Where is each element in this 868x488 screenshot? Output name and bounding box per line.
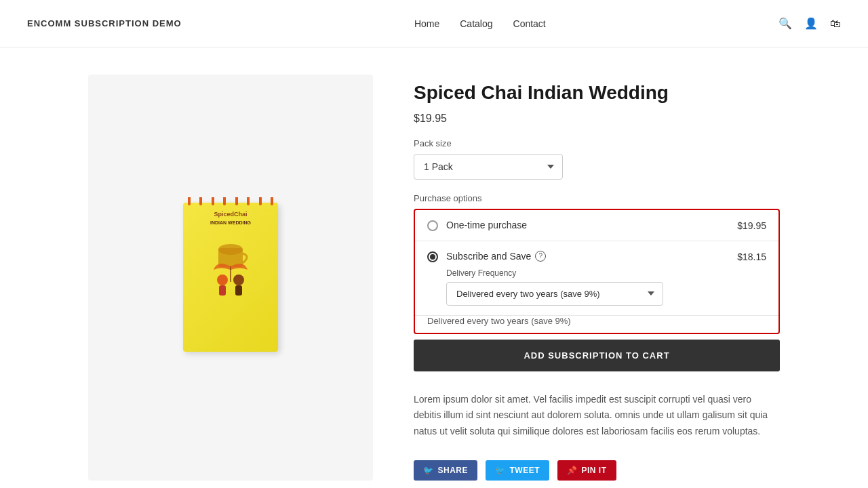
subscribe-price: $18.15	[737, 251, 766, 262]
svg-point-4	[233, 274, 244, 285]
frequency-label: Delivery Frequency	[446, 268, 726, 278]
tassel	[199, 197, 202, 205]
share-tw-label: TWEET	[510, 466, 540, 475]
site-header: ENCOMM SUBSCRIPTION DEMO Home Catalog Co…	[0, 0, 868, 47]
subscribe-radio[interactable]	[427, 251, 438, 262]
tassel	[259, 197, 262, 205]
subscribe-option-row[interactable]: Subscribe and Save ? Delivery Frequency …	[415, 241, 778, 316]
pack-size-select[interactable]: 1 Pack 2 Pack 3 Pack	[414, 154, 563, 180]
subscribe-label: Subscribe and Save	[446, 251, 531, 262]
delivery-note: Delivered every two years (save 9%)	[415, 316, 778, 333]
tassel	[223, 197, 226, 205]
decorative-top	[183, 197, 278, 205]
share-pinterest-button[interactable]: 📌 PIN IT	[557, 460, 616, 481]
site-logo: ENCOMM SUBSCRIPTION DEMO	[27, 18, 182, 28]
one-time-purchase-option[interactable]: One-time purchase $19.95	[415, 210, 778, 241]
product-image-box: SpicedChai INDIAN WEDDING	[170, 196, 292, 359]
pack-size-label: Pack size	[414, 138, 780, 148]
frequency-section: Delivery Frequency Delivered every month…	[446, 268, 726, 306]
tassel	[212, 197, 214, 205]
cart-icon[interactable]: 🛍	[830, 18, 841, 30]
main-content: SpicedChai INDIAN WEDDING	[61, 75, 807, 481]
product-price: $19.95	[414, 113, 780, 125]
svg-rect-5	[235, 285, 242, 296]
product-details: Spiced Chai Indian Wedding $19.95 Pack s…	[414, 75, 780, 481]
add-to-cart-button[interactable]: ADD SUBSCRIPTION TO CART	[414, 340, 780, 371]
purchase-options-box: One-time purchase $19.95 Subscribe and S…	[414, 209, 780, 334]
one-time-label: One-time purchase	[446, 220, 726, 230]
one-time-price: $19.95	[737, 220, 766, 231]
product-image: SpicedChai INDIAN WEDDING	[183, 203, 278, 352]
one-time-radio[interactable]	[427, 220, 438, 231]
nav-home[interactable]: Home	[414, 18, 439, 29]
product-title: Spiced Chai Indian Wedding	[414, 81, 780, 104]
product-image-container: SpicedChai INDIAN WEDDING	[88, 75, 373, 481]
help-icon[interactable]: ?	[535, 251, 546, 262]
subscribe-option: Subscribe and Save ? Delivery Frequency …	[415, 241, 778, 333]
frequency-select[interactable]: Delivered every month (save 5%) Delivere…	[446, 282, 663, 306]
twitter-icon: 🐦	[495, 466, 506, 475]
tassel	[247, 197, 250, 205]
search-icon[interactable]: 🔍	[778, 17, 792, 30]
tassel	[235, 197, 238, 205]
pinterest-icon: 📌	[567, 466, 578, 475]
main-nav: Home Catalog Contact	[414, 18, 546, 29]
subscribe-text: Subscribe and Save ? Delivery Frequency …	[446, 251, 726, 306]
tassel	[271, 197, 273, 205]
nav-catalog[interactable]: Catalog	[460, 18, 492, 29]
chai-art	[197, 229, 264, 304]
svg-point-2	[217, 274, 228, 285]
facebook-icon: 🐦	[423, 466, 434, 475]
account-icon[interactable]: 👤	[804, 17, 818, 30]
subscribe-label-row: Subscribe and Save ?	[446, 251, 726, 262]
product-description: Lorem ipsum dolor sit amet. Vel facilis …	[414, 392, 780, 440]
svg-rect-3	[219, 285, 226, 296]
tassel	[188, 197, 191, 205]
purchase-options-label: Purchase options	[414, 193, 780, 203]
share-pin-label: PIN IT	[582, 466, 607, 475]
social-share: 🐦 SHARE 🐦 TWEET 📌 PIN IT	[414, 460, 780, 481]
chai-subtitle: INDIAN WEDDING	[210, 220, 251, 225]
header-icons: 🔍 👤 🛍	[778, 17, 841, 30]
share-twitter-button[interactable]: 🐦 TWEET	[486, 460, 549, 481]
share-facebook-button[interactable]: 🐦 SHARE	[414, 460, 477, 481]
chai-title: SpicedChai	[214, 211, 247, 219]
nav-contact[interactable]: Contact	[513, 18, 546, 29]
share-fb-label: SHARE	[438, 466, 469, 475]
